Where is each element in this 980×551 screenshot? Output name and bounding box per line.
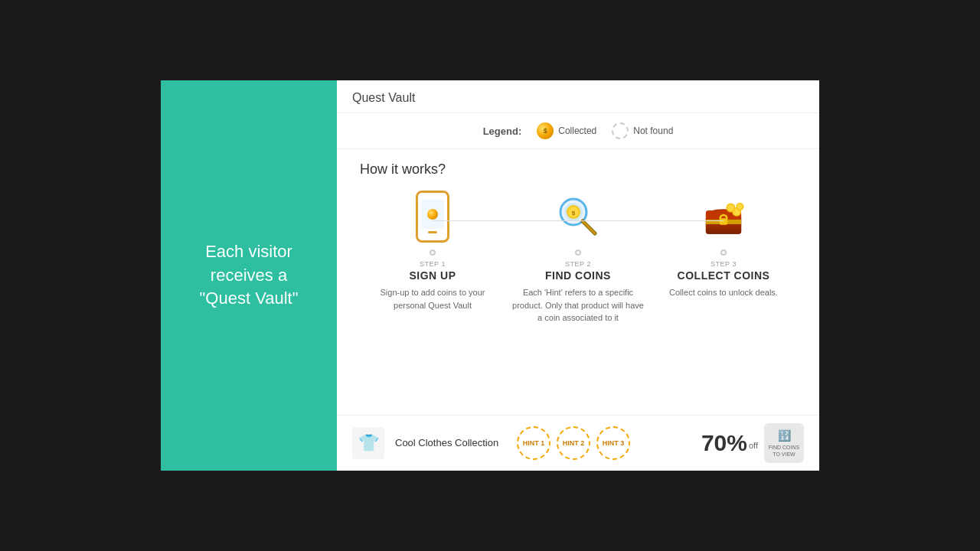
step-3-dot [720, 249, 727, 256]
how-it-works-title: How it works? [360, 161, 796, 178]
left-panel-text: Each visitor receives a "Quest Vault" [184, 240, 314, 311]
step-1-icon [406, 190, 459, 243]
step-3-number: STEP 3 [710, 260, 737, 268]
step-1-desc: Sign-up to add coins to your personal Qu… [360, 286, 505, 311]
phone-home-btn [428, 231, 437, 233]
magnify-icon: $ [555, 194, 601, 240]
collected-coin-icon: $ [537, 122, 554, 139]
hint-badge-2[interactable]: HINT 2 [557, 426, 590, 460]
product-name: Cool Clothes Collection [395, 437, 498, 450]
right-panel: Quest Vault Legend: $ Collected Not foun… [337, 80, 819, 471]
quest-vault-title: Quest Vault [352, 91, 415, 104]
legend-label: Legend: [483, 126, 522, 137]
step-2-icon: $ [551, 190, 605, 243]
phone-screen [421, 200, 444, 229]
step-2: $ STEP 2 FIND COINS Each 'Hint' refers t… [505, 190, 651, 324]
hint-badges: HINT 1 HINT 2 HINT 3 [517, 426, 630, 460]
quest-vault-header: Quest Vault [337, 80, 819, 113]
phone-coin [427, 209, 438, 220]
step-3-title: COLLECT COINS [678, 269, 770, 282]
find-coins-label: FIND COINSTO VIEW [769, 445, 799, 458]
discount-off: off [749, 441, 758, 450]
tshirt-icon: 👕 [358, 433, 379, 453]
discount-area: 70% off 🔢 FIND COINSTO VIEW [701, 423, 804, 463]
step-3-desc: Collect coins to unlock deals. [665, 286, 782, 299]
collected-text: Collected [558, 126, 596, 136]
how-it-works-section: How it works? STEP 1 [337, 149, 819, 415]
hint-badge-1[interactable]: HINT 1 [517, 426, 550, 460]
svg-point-19 [737, 204, 743, 209]
phone-icon [416, 191, 449, 243]
step-1-dot [430, 249, 436, 256]
step-3: STEP 3 COLLECT COINS Collect coins to un… [651, 190, 796, 299]
steps-row: STEP 1 SIGN UP Sign-up to add coins to y… [360, 190, 796, 324]
svg-text:$: $ [572, 210, 576, 217]
bottom-product-row: 👕 Cool Clothes Collection HINT 1 HINT 2 … [337, 415, 819, 471]
legend-collected: $ Collected [537, 122, 596, 139]
legend-row: Legend: $ Collected Not found [337, 113, 819, 149]
step-2-title: FIND COINS [545, 269, 611, 282]
step-1-title: SIGN UP [409, 269, 456, 282]
step-3-icon [697, 190, 750, 243]
step-2-desc: Each 'Hint' refers to a specific product… [505, 286, 651, 324]
left-panel: Each visitor receives a "Quest Vault" [161, 80, 337, 471]
treasure-chest-icon [701, 196, 746, 238]
hint-badge-3[interactable]: HINT 3 [596, 426, 630, 460]
product-thumbnail: 👕 [352, 427, 384, 459]
slide-container: Each visitor receives a "Quest Vault" Qu… [161, 80, 819, 471]
find-coins-button[interactable]: 🔢 FIND COINSTO VIEW [764, 423, 804, 463]
step-1-number: STEP 1 [420, 260, 446, 268]
step-2-dot [575, 249, 581, 256]
not-found-text: Not found [633, 126, 673, 136]
not-found-coin-icon [612, 122, 629, 139]
discount-value: 70% [701, 430, 747, 456]
svg-line-6 [583, 221, 595, 233]
legend-not-found: Not found [612, 122, 673, 139]
svg-point-17 [727, 204, 734, 211]
find-coins-icon: 🔢 [778, 429, 791, 442]
step-2-number: STEP 2 [565, 260, 591, 268]
step-1: STEP 1 SIGN UP Sign-up to add coins to y… [360, 190, 505, 311]
